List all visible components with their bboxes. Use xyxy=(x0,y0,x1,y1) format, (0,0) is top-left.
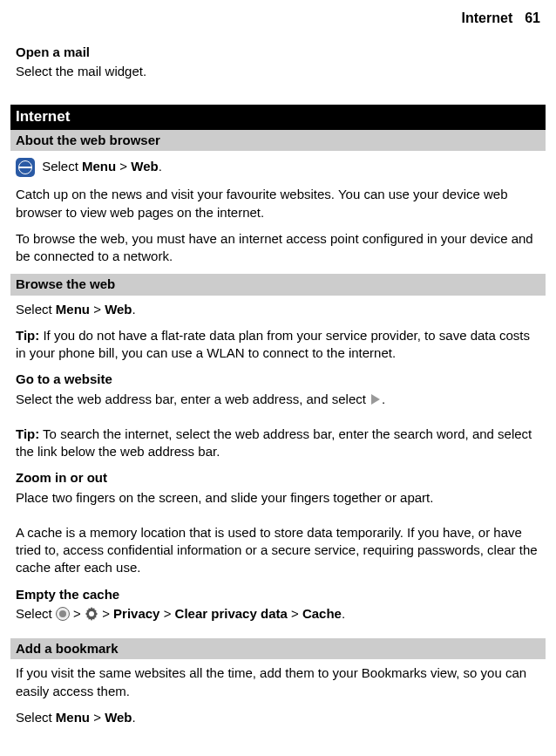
goto-body: Select the web address bar, enter a web … xyxy=(16,391,540,408)
open-mail-body: Select the mail widget. xyxy=(16,63,540,80)
goto-pre: Select the web address bar, enter a web … xyxy=(16,392,370,406)
empty-cache-heading: Empty the cache xyxy=(16,586,540,603)
gt-separator: > xyxy=(90,710,105,725)
gt-separator: > xyxy=(90,302,105,317)
about-select-line: Select Menu > Web. xyxy=(16,158,540,177)
page-number: 61 xyxy=(525,10,540,25)
tip-2: Tip: To search the internet, select the … xyxy=(16,426,540,461)
page-header: Internet61 xyxy=(0,0,556,35)
internet-section-bar: Internet xyxy=(10,105,546,130)
tip-body: If you do not have a flat-rate data plan… xyxy=(16,328,530,360)
about-para-2: To browse the web, you must have an inte… xyxy=(16,230,540,266)
cache-label: Cache xyxy=(302,606,342,621)
select-prefix: Select xyxy=(16,710,56,725)
zoom-body: Place two fingers on the screen, and sli… xyxy=(16,489,540,507)
clear-label: Clear privacy data xyxy=(175,606,288,621)
period: . xyxy=(159,159,162,174)
period: . xyxy=(342,606,345,621)
menu-label: Menu xyxy=(56,302,90,317)
chapter-name: Internet xyxy=(462,10,513,25)
bookmark-para: If you visit the same websites all the t… xyxy=(16,664,540,700)
web-label: Web xyxy=(131,159,158,174)
select-prefix: Select xyxy=(16,606,56,621)
gt-separator: > xyxy=(159,606,174,621)
gt-separator: > xyxy=(288,606,302,621)
open-mail-heading: Open a mail xyxy=(16,44,540,61)
web-label: Web xyxy=(105,302,132,317)
gt-separator: > xyxy=(98,606,113,621)
gear-icon xyxy=(85,607,98,621)
about-browser-bar: About the web browser xyxy=(10,130,546,151)
cache-para: A cache is a memory location that is use… xyxy=(16,524,540,577)
menu-circle-icon xyxy=(56,607,70,621)
menu-label: Menu xyxy=(82,159,116,174)
goto-heading: Go to a website xyxy=(16,371,540,388)
period: . xyxy=(132,302,136,317)
browse-select-line: Select Menu > Web. xyxy=(16,301,540,318)
select-prefix: Select xyxy=(16,302,56,317)
zoom-heading: Zoom in or out xyxy=(16,469,540,487)
period: . xyxy=(132,710,136,725)
gt-separator: > xyxy=(116,159,131,174)
tip-label: Tip: xyxy=(16,426,39,441)
gt-separator: > xyxy=(70,606,85,621)
tip-label: Tip: xyxy=(16,328,39,343)
bookmark-select-line: Select Menu > Web. xyxy=(16,709,540,726)
browse-web-bar: Browse the web xyxy=(10,274,546,295)
menu-label: Menu xyxy=(56,710,90,725)
privacy-label: Privacy xyxy=(113,606,159,621)
browse-tip: Tip: If you do not have a flat-rate data… xyxy=(16,327,540,363)
tip-body: To search the internet, select the web a… xyxy=(16,426,532,459)
bookmark-bar: Add a bookmark xyxy=(10,638,546,659)
select-prefix: Select xyxy=(42,159,82,174)
web-label: Web xyxy=(105,710,132,725)
browser-icon xyxy=(16,158,35,177)
content: Open a mail Select the mail widget. Inte… xyxy=(0,44,556,742)
goto-post: . xyxy=(382,392,385,406)
about-para-1: Catch up on the news and visit your favo… xyxy=(16,186,540,221)
go-icon xyxy=(371,394,380,405)
empty-cache-body: Select > > Privacy > Clear privacy data … xyxy=(16,605,540,623)
